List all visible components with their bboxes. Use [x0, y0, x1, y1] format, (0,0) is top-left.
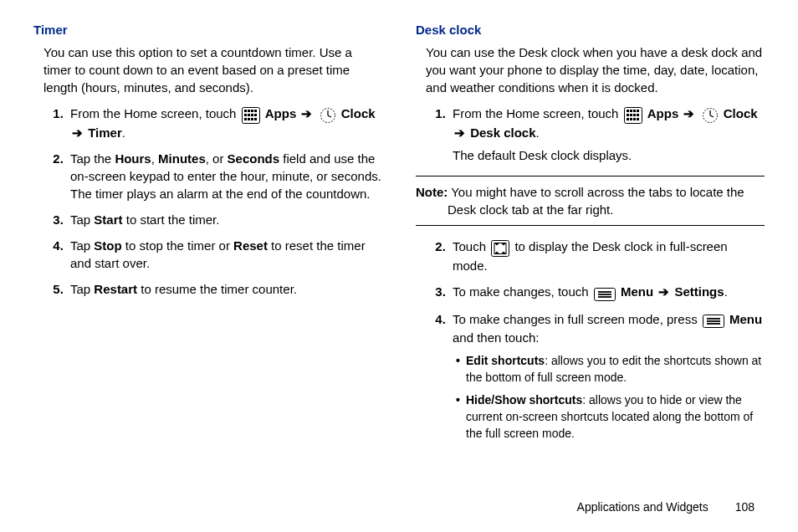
- svg-rect-26: [630, 118, 632, 120]
- svg-rect-7: [251, 114, 253, 116]
- apps-label: Apps: [647, 106, 679, 120]
- svg-rect-1: [244, 110, 247, 112]
- svg-rect-19: [633, 110, 636, 112]
- two-column-layout: Timer You can use this option to set a c…: [33, 21, 765, 450]
- text: Tap: [70, 212, 94, 227]
- timer-steps: From the Home screen, touch Apps ➔ Clock…: [33, 105, 382, 298]
- deskclock-step-2: Touch to display the Desk clock in full-…: [449, 238, 765, 274]
- timer-step-1: From the Home screen, touch Apps ➔ Clock…: [67, 105, 382, 141]
- text: Tap the: [70, 151, 115, 166]
- bullet-title: Edit shortcuts: [466, 354, 545, 367]
- svg-rect-3: [251, 110, 253, 112]
- apps-grid-icon: [242, 105, 260, 124]
- menu-icon: [594, 284, 616, 302]
- left-column: Timer You can use this option to set a c…: [33, 21, 382, 450]
- bullet-title: Hide/Show shortcuts: [466, 393, 582, 407]
- svg-rect-25: [627, 118, 629, 120]
- text: To make changes in full screen mode, pre…: [453, 312, 701, 326]
- svg-rect-21: [627, 114, 629, 116]
- svg-rect-5: [244, 114, 247, 116]
- period: .: [536, 125, 540, 140]
- text: From the Home screen, touch: [453, 106, 622, 120]
- right-column: Desk clock You can use the Desk clock wh…: [416, 21, 765, 450]
- timer-intro: You can use this option to set a countdo…: [33, 43, 382, 96]
- hours-label: Hours: [115, 151, 151, 166]
- deskclock-step-4: To make changes in full screen mode, pre…: [449, 310, 765, 442]
- menu-label: Menu: [729, 312, 762, 326]
- deskclock-step-3: To make changes, touch Menu ➔ Settings.: [449, 283, 765, 302]
- arrow-icon: ➔: [682, 106, 696, 120]
- text: Touch: [453, 239, 489, 253]
- step4-bullets: Edit shortcuts: allows you to edit the s…: [453, 353, 765, 442]
- fullscreen-icon: [491, 238, 509, 257]
- text: Tap: [70, 282, 94, 296]
- timer-step-4: Tap Stop to stop the timer or Reset to r…: [67, 237, 382, 272]
- arrow-icon: ➔: [657, 284, 671, 299]
- note-text: You might have to scroll across the tabs…: [448, 185, 744, 217]
- svg-rect-23: [633, 114, 636, 116]
- svg-rect-12: [254, 118, 257, 120]
- svg-rect-4: [254, 110, 257, 112]
- clock-label: Clock: [724, 106, 758, 120]
- restart-label: Restart: [94, 282, 137, 296]
- chapter-title: Applications and Widgets: [577, 500, 708, 514]
- svg-rect-8: [254, 114, 257, 116]
- bullet-edit-shortcuts: Edit shortcuts: allows you to edit the s…: [456, 353, 765, 386]
- svg-rect-20: [637, 110, 639, 112]
- stop-label: Stop: [94, 238, 121, 253]
- apps-grid-icon: [624, 105, 642, 124]
- text: to stop the timer or: [122, 238, 233, 253]
- apps-label: Apps: [265, 106, 297, 120]
- text: ,: [151, 151, 158, 166]
- menu-icon: [703, 311, 724, 329]
- period: .: [724, 284, 728, 299]
- clock-label: Clock: [341, 106, 376, 120]
- arrow-icon: ➔: [70, 125, 84, 140]
- period: .: [122, 125, 125, 140]
- timer-heading: Timer: [33, 21, 382, 38]
- menu-label: Menu: [621, 284, 653, 299]
- deskclock-steps: From the Home screen, touch Apps ➔ Clock…: [416, 105, 765, 164]
- text: and then touch:: [453, 330, 539, 345]
- note-label: Note:: [416, 185, 448, 199]
- svg-rect-6: [248, 114, 250, 116]
- note-content: Note: You might have to scroll across th…: [416, 183, 765, 218]
- bullet-hideshow-shortcuts: Hide/Show shortcuts: allows you to hide …: [456, 392, 765, 442]
- clock-icon: [320, 105, 336, 124]
- deskclock-steps-cont: Touch to display the Desk clock in full-…: [416, 238, 765, 442]
- text: From the Home screen, touch: [70, 106, 240, 120]
- svg-rect-22: [630, 114, 632, 116]
- timer-step-2: Tap the Hours, Minutes, or Seconds field…: [67, 150, 382, 202]
- page-number: 108: [735, 500, 755, 514]
- reset-label: Reset: [233, 238, 268, 253]
- text: , or: [206, 151, 228, 166]
- clock-icon: [702, 105, 719, 124]
- svg-rect-18: [630, 110, 632, 112]
- svg-rect-17: [627, 110, 629, 112]
- note-block: Note: You might have to scroll across th…: [416, 176, 765, 226]
- minutes-label: Minutes: [158, 151, 206, 166]
- text: to resume the timer counter.: [137, 282, 297, 296]
- page-footer: Applications and Widgets 108: [577, 500, 755, 514]
- text: Tap: [70, 238, 94, 253]
- timer-step-5: Tap Restart to resume the timer counter.: [67, 280, 382, 298]
- start-label: Start: [94, 212, 122, 227]
- svg-rect-2: [248, 110, 250, 112]
- svg-rect-27: [633, 118, 636, 120]
- svg-rect-28: [637, 118, 639, 120]
- deskclock-step-1: From the Home screen, touch Apps ➔ Clock…: [449, 105, 765, 164]
- timer-step-3: Tap Start to start the timer.: [67, 211, 382, 228]
- deskclock-intro: You can use the Desk clock when you have…: [416, 43, 765, 96]
- svg-rect-9: [244, 118, 247, 120]
- step1-subtext: The default Desk clock displays.: [453, 146, 765, 164]
- svg-rect-10: [248, 118, 250, 120]
- seconds-label: Seconds: [228, 151, 280, 166]
- svg-rect-11: [251, 118, 253, 120]
- svg-rect-24: [637, 114, 639, 116]
- deskclock-heading: Desk clock: [416, 21, 765, 38]
- settings-label: Settings: [674, 284, 724, 299]
- arrow-icon: ➔: [453, 125, 467, 140]
- page: Timer You can use this option to set a c…: [0, 0, 798, 532]
- text: To make changes, touch: [453, 284, 592, 299]
- timer-label: Timer: [88, 125, 122, 140]
